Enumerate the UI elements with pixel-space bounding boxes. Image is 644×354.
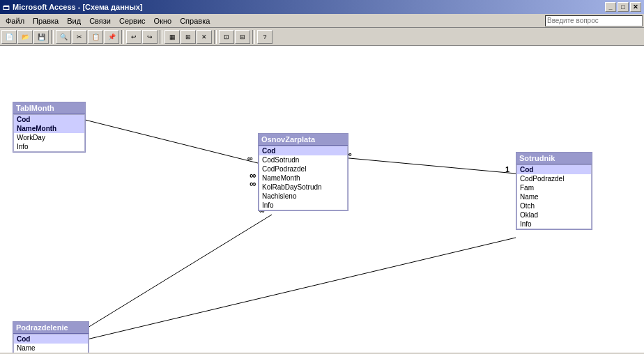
- field-oz-Cod: Cod: [259, 146, 347, 155]
- menu-window[interactable]: Окно: [150, 15, 176, 26]
- diagram-area: 1 ∞ ∞ 1 1 ∞ ∞ ∞ TablMonth Cod NameMonth …: [0, 46, 644, 353]
- menu-view[interactable]: Вид: [63, 15, 85, 26]
- close-button[interactable]: ✕: [630, 2, 641, 12]
- field-s-Oklad: Oklad: [517, 210, 591, 220]
- tb-help[interactable]: ?: [257, 30, 273, 44]
- tb-window[interactable]: ⊡: [219, 30, 234, 44]
- table-header-TablMonth: TablMonth: [13, 102, 85, 114]
- svg-line-2: [75, 215, 272, 335]
- field-p-Cod: Cod: [14, 334, 88, 344]
- tb-grid1[interactable]: ▦: [164, 30, 180, 44]
- field-s-Fam: Fam: [517, 183, 591, 192]
- table-OsnovZarplata[interactable]: OsnovZarplata Cod CodSotrudn CodPodrazde…: [258, 133, 348, 211]
- tb-cut[interactable]: ✂: [72, 30, 87, 44]
- table-body-Sotrudnik: Cod CodPodrazdel Fam Name Otch Oklad Inf…: [516, 164, 592, 229]
- field-s-Info: Info: [517, 220, 591, 229]
- table-header-Podrazdelenie: Podrazdelenie: [13, 322, 89, 334]
- tb-sep3: [160, 30, 162, 44]
- menu-relations[interactable]: Связи: [85, 15, 115, 26]
- field-oz-Info: Info: [259, 201, 347, 210]
- field-oz-KolRabDaySotrudn: KolRabDaySotrudn: [259, 183, 347, 192]
- table-Sotrudnik[interactable]: Sotrudnik Cod CodPodrazdel Fam Name Otch…: [516, 152, 592, 230]
- field-s-CodPodrazdel: CodPodrazdel: [517, 174, 591, 183]
- svg-line-0: [77, 118, 258, 163]
- rel-label-8b: ∞: [250, 178, 256, 189]
- field-NameMonth: NameMonth: [14, 124, 84, 133]
- menu-service[interactable]: Сервис: [115, 15, 150, 26]
- search-input[interactable]: [545, 15, 643, 26]
- tb-sep5: [252, 30, 255, 44]
- field-Info: Info: [14, 142, 84, 151]
- tb-grid2[interactable]: ⊞: [181, 30, 196, 44]
- tb-sep1: [51, 30, 54, 44]
- field-s-Name: Name: [517, 192, 591, 201]
- field-oz-CodPodrazdel: CodPodrazdel: [259, 164, 347, 174]
- tb-save[interactable]: 💾: [33, 30, 49, 44]
- tb-new[interactable]: 📄: [1, 30, 17, 44]
- field-Cod: Cod: [14, 115, 84, 124]
- field-oz-Nachisleno: Nachisleno: [259, 192, 347, 201]
- app-icon: 🗃: [3, 3, 10, 11]
- tb-paste[interactable]: 📌: [104, 30, 119, 44]
- menu-file[interactable]: Файл: [1, 15, 29, 26]
- table-TablMonth[interactable]: TablMonth Cod NameMonth WorkDay Info: [13, 102, 86, 153]
- menu-edit[interactable]: Правка: [29, 15, 63, 26]
- rel-label-inf-a: ∞: [247, 154, 253, 162]
- table-header-OsnovZarplata: OsnovZarplata: [259, 134, 348, 146]
- tb-undo[interactable]: ↩: [126, 30, 141, 44]
- menu-help[interactable]: Справка: [176, 15, 214, 26]
- tb-search[interactable]: 🔍: [56, 30, 71, 44]
- tb-copy[interactable]: 📋: [88, 30, 103, 44]
- svg-line-1: [342, 157, 516, 174]
- table-body-OsnovZarplata: Cod CodSotrudn CodPodrazdel NameMonth Ko…: [259, 146, 348, 210]
- field-oz-NameMonth: NameMonth: [259, 174, 347, 183]
- field-oz-CodSotrudn: CodSotrudn: [259, 155, 347, 164]
- tb-open[interactable]: 📂: [17, 30, 33, 44]
- tb-sep4: [214, 30, 217, 44]
- window-controls[interactable]: _ □ ✕: [605, 2, 641, 12]
- field-s-Cod: Cod: [517, 165, 591, 174]
- maximize-button[interactable]: □: [618, 2, 629, 12]
- tb-window2[interactable]: ⊟: [235, 30, 250, 44]
- menu-bar: Файл Правка Вид Связи Сервис Окно Справк…: [0, 14, 644, 28]
- field-s-Otch: Otch: [517, 201, 591, 210]
- field-WorkDay: WorkDay: [14, 133, 84, 142]
- table-body-TablMonth: Cod NameMonth WorkDay Info: [13, 114, 85, 152]
- table-Podrazdelenie[interactable]: Podrazdelenie Cod Name Info: [13, 321, 89, 353]
- toolbar: 📄 📂 💾 🔍 ✂ 📋 📌 ↩ ↪ ▦ ⊞ ✕ ⊡ ⊟ ?: [0, 28, 644, 46]
- table-body-Podrazdelenie: Cod Name Info: [13, 334, 89, 353]
- minimize-button[interactable]: _: [605, 2, 616, 12]
- tb-delete[interactable]: ✕: [197, 30, 212, 44]
- table-header-Sotrudnik: Sotrudnik: [516, 153, 592, 164]
- window-title: Microsoft Access - [Схема данных]: [13, 3, 143, 11]
- field-p-Name: Name: [14, 344, 88, 353]
- tb-sep2: [121, 30, 124, 44]
- tb-redo[interactable]: ↪: [142, 30, 158, 44]
- title-bar: 🗃 Microsoft Access - [Схема данных] _ □ …: [0, 0, 644, 14]
- svg-line-3: [75, 238, 516, 342]
- rel-label-1b: 1: [505, 165, 509, 174]
